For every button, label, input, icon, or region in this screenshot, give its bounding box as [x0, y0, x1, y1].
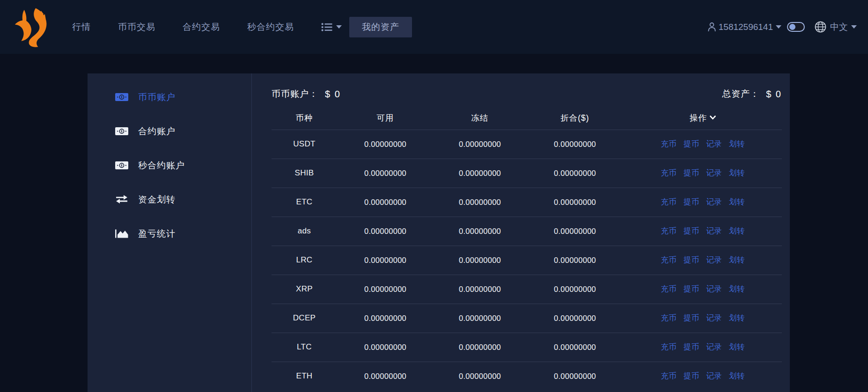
available-amount: 0.00000000: [337, 130, 434, 159]
records-link[interactable]: 记录: [706, 226, 722, 235]
records-link[interactable]: 记录: [706, 313, 722, 322]
col-header-actions[interactable]: 操作: [624, 106, 782, 130]
theme-toggle[interactable]: [787, 22, 805, 32]
records-link[interactable]: 记录: [706, 342, 722, 351]
sidebar-item-4[interactable]: 盈亏统计: [88, 217, 251, 251]
transfer-link[interactable]: 划转: [729, 255, 745, 264]
total-assets-value: $ 0: [766, 89, 782, 100]
records-link[interactable]: 记录: [706, 168, 722, 177]
sidebar-item-2[interactable]: 秒合约账户: [88, 148, 251, 182]
records-link[interactable]: 记录: [706, 371, 722, 380]
deposit-link[interactable]: 充币: [661, 342, 677, 351]
records-link[interactable]: 记录: [706, 255, 722, 264]
converted-amount: 0.00000000: [526, 246, 624, 275]
available-amount: 0.00000000: [337, 362, 434, 391]
my-assets-button[interactable]: 我的资产: [349, 17, 412, 37]
account-balance-label: 币币账户：: [272, 88, 318, 100]
available-amount: 0.00000000: [337, 275, 434, 304]
transfer-link[interactable]: 划转: [729, 284, 745, 293]
assets-sidebar: 币币账户 合约账户 秒合约账户 资金划转 盈亏统计: [88, 73, 252, 392]
total-assets: 总资产： $ 0: [722, 88, 782, 100]
frozen-amount: 0.00000000: [434, 130, 526, 159]
withdraw-link[interactable]: 提币: [684, 342, 699, 351]
user-account-dropdown[interactable]: 15812596141: [706, 22, 781, 32]
table-row: LTC 0.00000000 0.00000000 0.00000000 充币 …: [272, 333, 782, 362]
deposit-link[interactable]: 充币: [661, 168, 677, 177]
converted-amount: 0.00000000: [526, 362, 624, 391]
deposit-link[interactable]: 充币: [661, 197, 677, 206]
globe-icon: [814, 21, 827, 33]
nav-item-market[interactable]: 行情: [72, 21, 91, 33]
transfer-icon: [115, 195, 129, 204]
row-actions: 充币 提币 记录 划转: [624, 159, 782, 188]
deposit-link[interactable]: 充币: [661, 226, 677, 235]
list-icon: [321, 22, 333, 32]
navbar-right: 15812596141 中文: [706, 21, 857, 33]
sidebar-item-3[interactable]: 资金划转: [88, 182, 251, 217]
available-amount: 0.00000000: [337, 304, 434, 333]
assets-card: 币币账户 合约账户 秒合约账户 资金划转 盈亏统计 币币账户： $ 0 总资产：…: [88, 73, 790, 392]
withdraw-link[interactable]: 提币: [684, 313, 699, 322]
transfer-link[interactable]: 划转: [729, 168, 745, 177]
withdraw-link[interactable]: 提币: [684, 371, 699, 380]
transfer-link[interactable]: 划转: [729, 139, 745, 148]
withdraw-link[interactable]: 提币: [684, 197, 699, 206]
table-row: ads 0.00000000 0.00000000 0.00000000 充币 …: [272, 217, 782, 246]
sidebar-item-1[interactable]: 合约账户: [88, 114, 251, 148]
sidebar-item-label: 盈亏统计: [138, 228, 176, 240]
transfer-link[interactable]: 划转: [729, 313, 745, 322]
nav-item-second-contract-trade[interactable]: 秒合约交易: [247, 21, 294, 33]
frozen-amount: 0.00000000: [434, 217, 526, 246]
withdraw-link[interactable]: 提币: [684, 139, 699, 148]
table-row: ETC 0.00000000 0.00000000 0.00000000 充币 …: [272, 188, 782, 217]
coin-balance-table: 币种 可用 冻结 折合($) 操作 USDT 0.00000: [272, 106, 782, 391]
row-actions: 充币 提币 记录 划转: [624, 246, 782, 275]
converted-amount: 0.00000000: [526, 275, 624, 304]
row-actions: 充币 提币 记录 划转: [624, 130, 782, 159]
deposit-link[interactable]: 充币: [661, 371, 677, 380]
sidebar-item-label: 资金划转: [138, 194, 176, 206]
account-balance-value: $ 0: [325, 89, 341, 100]
records-link[interactable]: 记录: [706, 284, 722, 293]
row-actions: 充币 提币 记录 划转: [624, 275, 782, 304]
withdraw-link[interactable]: 提币: [684, 226, 699, 235]
nav-menu-dropdown[interactable]: [321, 22, 342, 32]
nav-item-spot-trade[interactable]: 币币交易: [118, 21, 155, 33]
money-bill-icon: [115, 160, 129, 170]
coin-name: DCEP: [272, 304, 337, 333]
transfer-link[interactable]: 划转: [729, 197, 745, 206]
top-navbar: 行情 币币交易 合约交易 秒合约交易 我的资产 15812596141: [0, 0, 868, 54]
user-icon: [706, 22, 717, 32]
sidebar-menu: 币币账户 合约账户 秒合约账户 资金划转 盈亏统计: [88, 80, 251, 251]
coin-name: XRP: [272, 275, 337, 304]
col-header-frozen: 冻结: [434, 106, 526, 130]
frozen-amount: 0.00000000: [434, 362, 526, 391]
records-link[interactable]: 记录: [706, 139, 722, 148]
chevron-down-icon: [336, 25, 342, 29]
withdraw-link[interactable]: 提币: [684, 255, 699, 264]
frozen-amount: 0.00000000: [434, 159, 526, 188]
money-bill-icon: [115, 126, 129, 136]
money-bill-icon: [115, 92, 129, 102]
deposit-link[interactable]: 充币: [661, 139, 677, 148]
transfer-link[interactable]: 划转: [729, 371, 745, 380]
deposit-link[interactable]: 充币: [661, 255, 677, 264]
deposit-link[interactable]: 充币: [661, 313, 677, 322]
withdraw-link[interactable]: 提币: [684, 168, 699, 177]
col-header-available: 可用: [337, 106, 434, 130]
records-link[interactable]: 记录: [706, 197, 722, 206]
user-phone-number: 15812596141: [719, 22, 773, 32]
transfer-link[interactable]: 划转: [729, 342, 745, 351]
account-balance: 币币账户： $ 0: [272, 88, 341, 100]
transfer-link[interactable]: 划转: [729, 226, 745, 235]
deposit-link[interactable]: 充币: [661, 284, 677, 293]
brand-fox-logo[interactable]: [10, 4, 52, 50]
withdraw-link[interactable]: 提币: [684, 284, 699, 293]
sidebar-item-label: 币币账户: [138, 91, 176, 103]
frozen-amount: 0.00000000: [434, 275, 526, 304]
language-selector[interactable]: 中文: [814, 21, 857, 33]
nav-item-contract-trade[interactable]: 合约交易: [183, 21, 220, 33]
row-actions: 充币 提币 记录 划转: [624, 188, 782, 217]
sidebar-item-0[interactable]: 币币账户: [88, 80, 251, 114]
frozen-amount: 0.00000000: [434, 188, 526, 217]
